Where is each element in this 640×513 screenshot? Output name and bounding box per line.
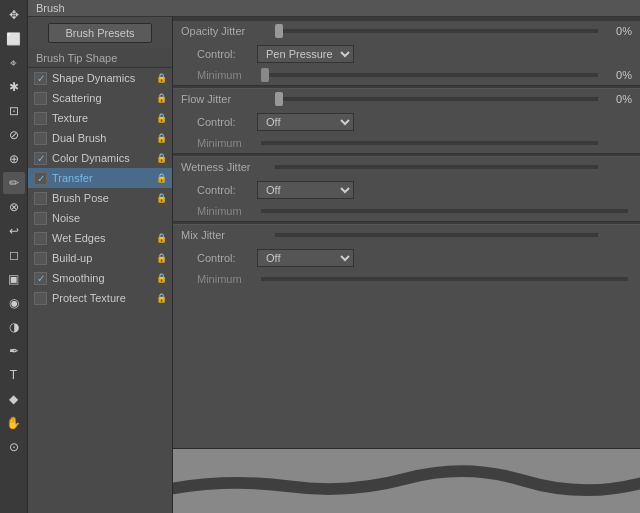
mix-jitter-label: Mix Jitter bbox=[181, 229, 271, 241]
tool-history[interactable]: ↩ bbox=[3, 220, 25, 242]
tool-dodge[interactable]: ◑ bbox=[3, 316, 25, 338]
wetness-control-label: Control: bbox=[197, 184, 257, 196]
tool-healing[interactable]: ⊕ bbox=[3, 148, 25, 170]
option-noise[interactable]: Noise bbox=[28, 208, 172, 228]
label-shape-dynamics: Shape Dynamics bbox=[52, 72, 154, 84]
tool-text[interactable]: T bbox=[3, 364, 25, 386]
checkbox-wet-edges[interactable] bbox=[34, 232, 47, 245]
tool-eyedropper[interactable]: ⊘ bbox=[3, 124, 25, 146]
wetness-jitter-label: Wetness Jitter bbox=[181, 161, 271, 173]
tool-crop[interactable]: ⊡ bbox=[3, 100, 25, 122]
tool-zoom[interactable]: ⊙ bbox=[3, 436, 25, 458]
checkbox-texture[interactable] bbox=[34, 112, 47, 125]
tool-clone[interactable]: ⊗ bbox=[3, 196, 25, 218]
checkbox-shape-dynamics[interactable]: ✓ bbox=[34, 72, 47, 85]
brush-presets-button[interactable]: Brush Presets bbox=[48, 23, 151, 43]
tool-brush[interactable]: ✏ bbox=[3, 172, 25, 194]
checkbox-color-dynamics[interactable]: ✓ bbox=[34, 152, 47, 165]
wetness-control-select[interactable]: Off Fade Pen Pressure bbox=[257, 181, 354, 199]
checkbox-brush-pose[interactable] bbox=[34, 192, 47, 205]
flow-jitter-slider[interactable] bbox=[275, 97, 598, 101]
mix-minimum-row: Minimum bbox=[173, 271, 640, 289]
option-dual-brush[interactable]: Dual Brush 🔒 bbox=[28, 128, 172, 148]
option-protect-texture[interactable]: Protect Texture 🔒 bbox=[28, 288, 172, 308]
option-shape-dynamics[interactable]: ✓ Shape Dynamics 🔒 bbox=[28, 68, 172, 88]
opacity-jitter-row: Opacity Jitter 0% bbox=[173, 21, 640, 41]
mix-control-row: Control: Off Fade Pen Pressure bbox=[173, 245, 640, 271]
panel-title: Brush bbox=[36, 2, 65, 14]
lock-shape-dynamics: 🔒 bbox=[156, 73, 166, 83]
settings-area: Opacity Jitter 0% Control: Off Fade Pen … bbox=[173, 17, 640, 513]
opacity-jitter-slider[interactable] bbox=[275, 29, 598, 33]
opacity-jitter-label: Opacity Jitter bbox=[181, 25, 271, 37]
flow-minimum-label: Minimum bbox=[197, 137, 257, 149]
lock-smoothing: 🔒 bbox=[156, 273, 166, 283]
tool-move[interactable]: ✥ bbox=[3, 4, 25, 26]
flow-jitter-label: Flow Jitter bbox=[181, 93, 271, 105]
flow-control-select[interactable]: Off Fade Pen Pressure Pen Tilt bbox=[257, 113, 354, 131]
option-transfer[interactable]: ✓ Transfer 🔒 bbox=[28, 168, 172, 188]
label-scattering: Scattering bbox=[52, 92, 154, 104]
checkbox-dual-brush[interactable] bbox=[34, 132, 47, 145]
panel-title-bar: Brush bbox=[28, 0, 640, 17]
checkbox-noise[interactable] bbox=[34, 212, 47, 225]
label-build-up: Build-up bbox=[52, 252, 154, 264]
tool-shape[interactable]: ◆ bbox=[3, 388, 25, 410]
lock-transfer: 🔒 bbox=[156, 173, 166, 183]
option-texture[interactable]: Texture 🔒 bbox=[28, 108, 172, 128]
lock-wet-edges: 🔒 bbox=[156, 233, 166, 243]
opacity-control-label: Control: bbox=[197, 48, 257, 60]
option-scattering[interactable]: Scattering 🔒 bbox=[28, 88, 172, 108]
tool-hand[interactable]: ✋ bbox=[3, 412, 25, 434]
option-build-up[interactable]: Build-up 🔒 bbox=[28, 248, 172, 268]
brush-preview-svg bbox=[173, 449, 640, 513]
checkbox-transfer[interactable]: ✓ bbox=[34, 172, 47, 185]
opacity-minimum-value: 0% bbox=[602, 69, 632, 81]
brush-panel: Brush Presets Brush Tip Shape ✓ Shape Dy… bbox=[28, 17, 640, 513]
flow-control-row: Control: Off Fade Pen Pressure Pen Tilt bbox=[173, 109, 640, 135]
wetness-jitter-row: Wetness Jitter bbox=[173, 157, 640, 177]
label-protect-texture: Protect Texture bbox=[52, 292, 154, 304]
label-noise: Noise bbox=[52, 212, 166, 224]
tool-blur[interactable]: ◉ bbox=[3, 292, 25, 314]
tool-pen[interactable]: ✒ bbox=[3, 340, 25, 362]
wetness-control-row: Control: Off Fade Pen Pressure bbox=[173, 177, 640, 203]
checkbox-scattering[interactable] bbox=[34, 92, 47, 105]
settings-scroll: Opacity Jitter 0% Control: Off Fade Pen … bbox=[173, 17, 640, 448]
lock-protect-texture: 🔒 bbox=[156, 293, 166, 303]
wetness-minimum-row: Minimum bbox=[173, 203, 640, 221]
checkbox-build-up[interactable] bbox=[34, 252, 47, 265]
checkbox-smoothing[interactable]: ✓ bbox=[34, 272, 47, 285]
mix-control-label: Control: bbox=[197, 252, 257, 264]
opacity-control-select[interactable]: Off Fade Pen Pressure Pen Tilt Stylus Wh… bbox=[257, 45, 354, 63]
opacity-minimum-row: Minimum 0% bbox=[173, 67, 640, 85]
lock-texture: 🔒 bbox=[156, 113, 166, 123]
label-transfer: Transfer bbox=[52, 172, 154, 184]
tool-magic-wand[interactable]: ✱ bbox=[3, 76, 25, 98]
mix-jitter-slider[interactable] bbox=[275, 233, 598, 237]
flow-jitter-row: Flow Jitter 0% bbox=[173, 89, 640, 109]
checkbox-protect-texture[interactable] bbox=[34, 292, 47, 305]
brush-options-list: ✓ Shape Dynamics 🔒 Scattering 🔒 Texture … bbox=[28, 68, 172, 513]
mix-control-select[interactable]: Off Fade Pen Pressure bbox=[257, 249, 354, 267]
option-brush-pose[interactable]: Brush Pose 🔒 bbox=[28, 188, 172, 208]
option-smoothing[interactable]: ✓ Smoothing 🔒 bbox=[28, 268, 172, 288]
label-smoothing: Smoothing bbox=[52, 272, 154, 284]
lock-dual-brush: 🔒 bbox=[156, 133, 166, 143]
lock-brush-pose: 🔒 bbox=[156, 193, 166, 203]
tool-eraser[interactable]: ◻ bbox=[3, 244, 25, 266]
opacity-minimum-label: Minimum bbox=[197, 69, 257, 81]
brush-list-panel: Brush Presets Brush Tip Shape ✓ Shape Dy… bbox=[28, 17, 173, 513]
wetness-minimum-label: Minimum bbox=[197, 205, 257, 217]
tool-marquee-rect[interactable]: ⬜ bbox=[3, 28, 25, 50]
wetness-jitter-slider[interactable] bbox=[275, 165, 598, 169]
main-area: Brush Brush Presets Brush Tip Shape ✓ Sh… bbox=[28, 0, 640, 513]
lock-scattering: 🔒 bbox=[156, 93, 166, 103]
tool-lasso[interactable]: ⌖ bbox=[3, 52, 25, 74]
option-color-dynamics[interactable]: ✓ Color Dynamics 🔒 bbox=[28, 148, 172, 168]
left-toolbar: ✥ ⬜ ⌖ ✱ ⊡ ⊘ ⊕ ✏ ⊗ ↩ ◻ ▣ ◉ ◑ ✒ T ◆ ✋ ⊙ bbox=[0, 0, 28, 513]
label-wet-edges: Wet Edges bbox=[52, 232, 154, 244]
tool-gradient[interactable]: ▣ bbox=[3, 268, 25, 290]
option-wet-edges[interactable]: Wet Edges 🔒 bbox=[28, 228, 172, 248]
label-texture: Texture bbox=[52, 112, 154, 124]
